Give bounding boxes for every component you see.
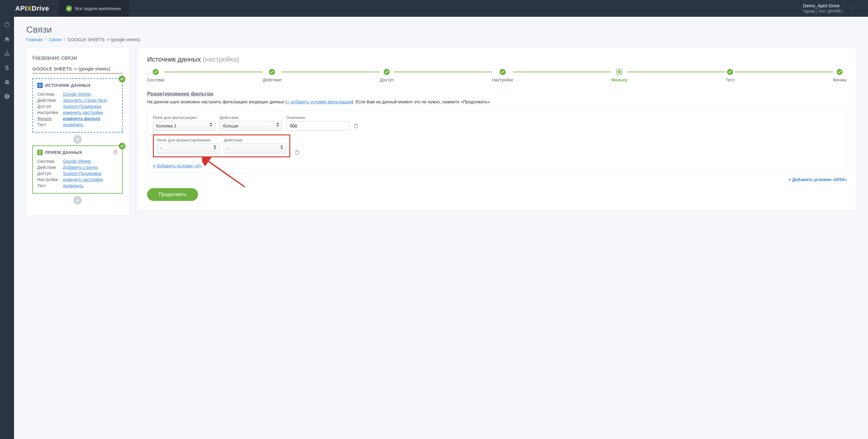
header-user-block[interactable]: Demo_ApiX-Drive Тариф | Тест ДРАЙВ | <box>803 3 868 14</box>
step-finish[interactable]: Финиш <box>833 69 847 82</box>
briefcase-icon[interactable] <box>4 79 10 86</box>
connections-icon[interactable] <box>4 50 10 57</box>
trash-icon[interactable] <box>294 147 300 157</box>
source-system-link[interactable]: Google Sheets <box>63 92 91 97</box>
panel-main: Источник данных (настройка) Система Дейс… <box>138 48 856 210</box>
source-filter-link[interactable]: изменить фильтр <box>63 116 100 121</box>
connection-heading: Название связи <box>32 54 123 61</box>
source-access-link[interactable]: Support Поддержка <box>63 104 101 109</box>
add-and-condition-link[interactable]: + Добавить условие «И» <box>153 163 841 168</box>
svg-rect-2 <box>5 55 6 56</box>
steps-bar: Система Действие Доступ Настройки Фильтр… <box>147 69 847 82</box>
destination-block: 2 ПРИЕМ ДАННЫХ СистемаGoogle Sheets Дейс… <box>32 145 123 194</box>
step-action[interactable]: Действие <box>263 69 282 82</box>
header-status: Все задачи выполнены <box>58 0 129 17</box>
source-action-link[interactable]: Загрузить строки (все) <box>63 98 107 103</box>
svg-rect-1 <box>6 51 7 52</box>
main-heading: Источник данных (настройка) <box>147 56 847 63</box>
breadcrumb-links[interactable]: Связи <box>49 37 61 42</box>
breadcrumb-home[interactable]: Главная <box>26 37 42 42</box>
logo[interactable]: APIXDrive <box>0 5 58 12</box>
dollar-icon[interactable] <box>4 64 10 71</box>
svg-text:?: ? <box>6 94 8 98</box>
dest-settings-link[interactable]: изменить настройки <box>63 177 103 182</box>
help-icon[interactable]: ? <box>4 93 10 100</box>
source-title: ИСТОЧНИК ДАННЫХ <box>45 83 91 88</box>
header-username: Demo_ApiX-Drive <box>803 3 843 9</box>
dest-title: ПРИЕМ ДАННЫХ <box>45 150 82 155</box>
left-iconbar: ? <box>0 17 14 439</box>
logo-drive: Drive <box>31 5 49 12</box>
step-access[interactable]: Доступ <box>380 69 394 82</box>
source-number: 1 <box>37 82 43 88</box>
dest-test-link[interactable]: проверить <box>63 183 84 188</box>
filter-field-select[interactable]: Колонка J <box>153 121 215 131</box>
step-filter[interactable]: Фильтр <box>611 69 627 82</box>
connection-name-input[interactable] <box>32 65 123 73</box>
dest-system-link[interactable]: Google Sheets <box>63 159 91 164</box>
filter-row: Поле для фильтрации Колонка J Действие б… <box>153 115 841 131</box>
check-icon <box>119 143 125 149</box>
logo-x: X <box>27 5 31 12</box>
panel-connection: Название связи 1 ИСТОЧНИК ДАННЫХ Система… <box>26 48 129 215</box>
continue-button[interactable]: Продолжить <box>147 188 198 201</box>
home-icon[interactable] <box>4 36 10 42</box>
filter-action-select[interactable]: больше <box>220 121 282 131</box>
trash-icon[interactable] <box>114 150 118 155</box>
filter-section-title: Редактирование фильтра <box>147 91 847 97</box>
step-system[interactable]: Система <box>147 69 164 82</box>
app-header: APIXDrive Все задачи выполнены Demo_ApiX… <box>0 0 868 17</box>
format-field-select[interactable]: - <box>157 144 219 153</box>
source-test-link[interactable]: проверить <box>63 122 84 127</box>
source-settings-link[interactable]: изменить настройки <box>63 110 103 115</box>
header-status-text: Все задачи выполнены <box>75 6 121 11</box>
dest-action-link[interactable]: Добавить строчку <box>63 165 98 170</box>
format-action-select[interactable]: - <box>224 144 286 153</box>
add-filter-inline-link[interactable]: + добавить условие фильтрации <box>287 99 352 104</box>
header-tariff: Тариф | Тест ДРАЙВ | <box>803 9 843 14</box>
add-between-button[interactable]: + <box>73 135 82 144</box>
step-settings[interactable]: Настройки <box>492 69 513 82</box>
breadcrumb-current: GOOGLE SHEETS -> (google sheets) <box>68 37 141 42</box>
add-destination-button[interactable]: + <box>73 196 82 205</box>
power-icon[interactable] <box>4 21 10 28</box>
step-test[interactable]: Тест <box>726 69 735 82</box>
logo-api: API <box>15 5 27 12</box>
format-row-highlight: Поле для форматирования - Действие - <box>153 134 290 157</box>
dest-number: 2 <box>37 150 43 155</box>
filter-section-desc: На данном шаге возможно настроить фильтр… <box>147 99 847 105</box>
add-or-condition-link[interactable]: + Добавить условие «ИЛИ» <box>147 177 847 182</box>
check-icon <box>66 5 72 11</box>
breadcrumb: Главная / Связи / GOOGLE SHEETS -> (goog… <box>26 37 856 42</box>
svg-rect-3 <box>6 55 7 56</box>
source-block: 1 ИСТОЧНИК ДАННЫХ СистемаGoogle Sheets Д… <box>32 78 123 133</box>
check-icon <box>119 76 125 82</box>
svg-rect-4 <box>8 55 9 56</box>
filter-group: Поле для фильтрации Колонка J Действие б… <box>147 111 847 173</box>
chevron-down-icon[interactable] <box>849 6 853 11</box>
filter-value-input[interactable] <box>287 121 349 131</box>
dest-access-link[interactable]: Support Поддержка <box>63 171 101 176</box>
page-title: Связи <box>26 24 856 35</box>
trash-icon[interactable] <box>353 121 358 131</box>
